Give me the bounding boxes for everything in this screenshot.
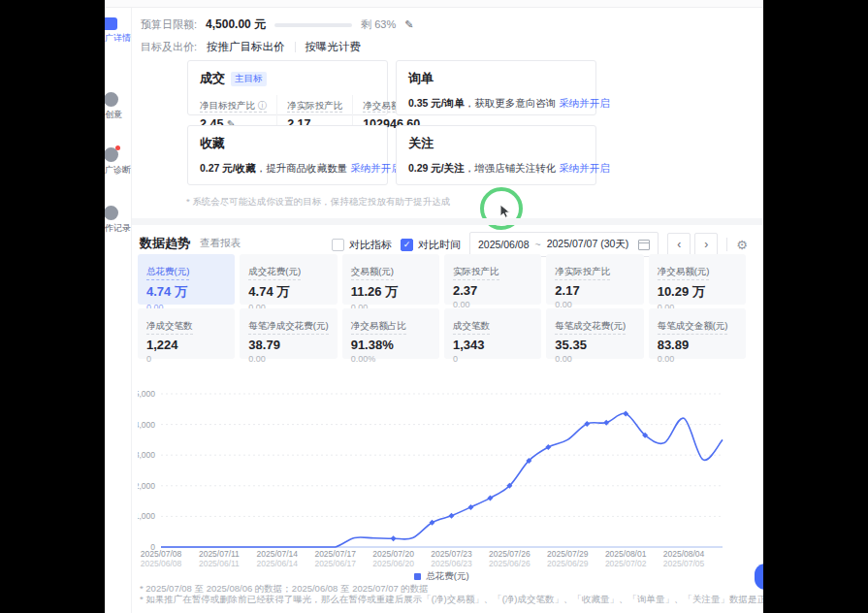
tab-bid-by-goal[interactable]: 按推广目标出价 — [207, 40, 285, 54]
date-end: 2025/07/07 (30天) — [547, 238, 629, 251]
metric-card-4[interactable]: 实际投产比2.370.00 — [444, 254, 541, 305]
tab-bid-by-impression[interactable]: 按曝光计费 — [305, 40, 362, 54]
sidebar-item-1[interactable]: 推广详情 — [105, 17, 131, 45]
metric-value: 4.74 万 — [248, 283, 328, 301]
metric-card-12[interactable]: 每笔成交金额(元)83.890.00 — [649, 308, 746, 359]
goal-bid-label: 目标及出价: — [141, 40, 197, 54]
metric-label: 交易额(元) — [351, 266, 394, 280]
info-icon[interactable]: ⓘ — [258, 100, 268, 111]
nav-icon — [105, 206, 118, 220]
legend-swatch — [414, 573, 421, 580]
metric-label: 每笔成交花费(元) — [555, 320, 626, 335]
inquiry-desc: ，获取更多意向咨询 — [465, 97, 557, 109]
svg-text:2025/06/20: 2025/06/20 — [372, 559, 414, 568]
calendar-icon — [638, 240, 650, 250]
metric-compare-value: 0.00% — [351, 354, 431, 364]
inquiry-card-title: 询单 — [408, 70, 434, 87]
chart-legend: 总花费(元) — [138, 570, 746, 583]
svg-text:2025/06/11: 2025/06/11 — [199, 559, 240, 568]
sidebar-item-label: 推广详情 — [105, 32, 131, 45]
objective-note: * 系统会尽可能达成你设置的目标，保持稳定投放有助于提升达成 — [186, 196, 450, 209]
metric-label: 净成交笔数 — [146, 320, 193, 335]
svg-text:2025/07/08: 2025/07/08 — [141, 549, 182, 559]
svg-text:1,000: 1,000 — [138, 511, 155, 521]
view-report-link[interactable]: 查看报表 — [200, 237, 241, 250]
mouse-cursor-icon — [499, 204, 513, 219]
nav-icon — [105, 147, 118, 162]
svg-text:2025/06/08: 2025/06/08 — [141, 559, 182, 568]
mini-sidebar: 推广详情创意推广诊断操作记录 — [105, 8, 132, 613]
svg-text:2025/08/01: 2025/08/01 — [605, 549, 647, 559]
metric-label: 总花费(元) — [146, 266, 189, 280]
next-period-button[interactable]: › — [694, 233, 718, 256]
metric-value: 91.38% — [351, 338, 431, 352]
follow-price: 0.29 元/关注 — [408, 162, 465, 174]
metric-card-10[interactable]: 成交笔数1,3430 — [444, 308, 541, 359]
metric-card-8[interactable]: 每笔净成交花费(元)38.790.00 — [240, 308, 337, 359]
daily-budget-row: 预算日限额: 4,500.00 元 剩 63% ✎ — [141, 16, 413, 33]
svg-text:4,000: 4,000 — [138, 420, 155, 430]
favorite-card-title: 收藏 — [200, 135, 225, 152]
sidebar-item-label: 创意 — [105, 109, 131, 121]
notification-dot — [115, 145, 120, 150]
adopt-enable-link[interactable]: 采纳并开启 — [350, 162, 402, 174]
metric-card-11[interactable]: 每笔成交花费(元)35.350.00 — [546, 308, 643, 359]
metric-card-3[interactable]: 交易额(元)11.26 万0.00 — [342, 254, 439, 305]
svg-text:2025/06/26: 2025/06/26 — [489, 559, 530, 568]
svg-text:2025/06/14: 2025/06/14 — [257, 559, 299, 568]
section-divider — [132, 218, 763, 225]
nav-icon — [105, 92, 118, 107]
svg-text:2025/06/17: 2025/06/17 — [314, 559, 356, 568]
sidebar-item-2[interactable]: 创意 — [105, 92, 131, 121]
metric-grid: 总花费(元)4.74 万0.00成交花费(元)4.74 万0.00交易额(元)1… — [138, 254, 746, 359]
gear-icon[interactable]: ⚙ — [736, 238, 748, 252]
prev-period-button[interactable]: ‹ — [667, 233, 691, 256]
svg-text:2025/07/02: 2025/07/02 — [605, 559, 647, 568]
sidebar-item-3[interactable]: 推广诊断 — [105, 147, 131, 177]
metric-compare-value: 0.00 — [248, 354, 328, 364]
footnote-2: * 如果推广在暂停或删除前已经获得了曝光，那么在暂停或重建后展示「(净)交易额」… — [140, 594, 763, 606]
sidebar-item-label: 推广诊断 — [105, 164, 131, 177]
metric-value: 4.74 万 — [146, 283, 226, 301]
adopt-enable-link[interactable]: 采纳并开启 — [559, 162, 610, 174]
svg-text:2,000: 2,000 — [138, 481, 155, 491]
sidebar-item-4[interactable]: 操作记录 — [105, 206, 131, 235]
metric-value: 35.35 — [555, 338, 634, 352]
budget-progress-bar — [274, 23, 352, 27]
objective-card-deal: 成交 主目标 净目标投产比 ⓘ 2.45 ✎ 净实际投产比 2.17 净交易额(… — [187, 60, 388, 115]
date-start: 2025/06/08 — [478, 239, 530, 250]
svg-text:2025/06/29: 2025/06/29 — [547, 559, 589, 568]
metric-card-9[interactable]: 净交易额占比91.38%0.00% — [342, 308, 439, 359]
metric-card-7[interactable]: 净成交笔数1,2240 — [138, 308, 235, 359]
metric-compare-value: 0 — [146, 354, 226, 364]
metric-value: 83.89 — [658, 338, 737, 352]
metric-value: 11.26 万 — [351, 283, 431, 301]
objective-card-inquiry: 询单 0.35 元/询单，获取更多意向咨询 采纳并开启 — [396, 60, 596, 115]
stat-label: 净实际投产比 — [287, 100, 342, 113]
inquiry-price: 0.35 元/询单 — [408, 97, 465, 109]
sidebar-item-label: 操作记录 — [105, 222, 131, 235]
goal-bid-row: 目标及出价: 按推广目标出价 按曝光计费 — [141, 40, 361, 54]
pencil-icon[interactable]: ✎ — [404, 18, 413, 31]
metric-card-2[interactable]: 成交花费(元)4.74 万0.00 — [240, 254, 337, 305]
svg-text:2025/07/11: 2025/07/11 — [199, 549, 240, 559]
svg-text:2025/07/23: 2025/07/23 — [431, 549, 472, 559]
compare-metric-checkbox[interactable] — [332, 239, 344, 251]
metric-value: 1,224 — [146, 338, 226, 352]
metric-label: 成交花费(元) — [248, 266, 301, 280]
metric-card-5[interactable]: 净实际投产比2.170.00 — [546, 254, 643, 305]
svg-text:2025/07/05: 2025/07/05 — [663, 559, 705, 568]
compare-time-checkbox[interactable]: ✓ — [401, 239, 413, 251]
follow-card-title: 关注 — [408, 135, 434, 152]
compare-metric-label: 对比指标 — [349, 238, 392, 252]
metric-card-6[interactable]: 净交易额(元)10.29 万0.00 — [649, 254, 746, 305]
date-separator: ~ — [535, 239, 541, 250]
adopt-enable-link[interactable]: 采纳并开启 — [559, 97, 610, 109]
metric-compare-value: 0.00 — [658, 354, 737, 364]
favorite-price: 0.27 元/收藏 — [200, 162, 256, 174]
metric-card-1[interactable]: 总花费(元)4.74 万0.00 — [138, 254, 235, 305]
svg-text:2025/07/14: 2025/07/14 — [257, 549, 299, 559]
main-panel: 预算日限额: 4,500.00 元 剩 63% ✎ 目标及出价: 按推广目标出价… — [132, 8, 763, 613]
metric-value: 10.29 万 — [658, 283, 737, 301]
daily-budget-value: 4,500.00 元 — [206, 16, 266, 33]
